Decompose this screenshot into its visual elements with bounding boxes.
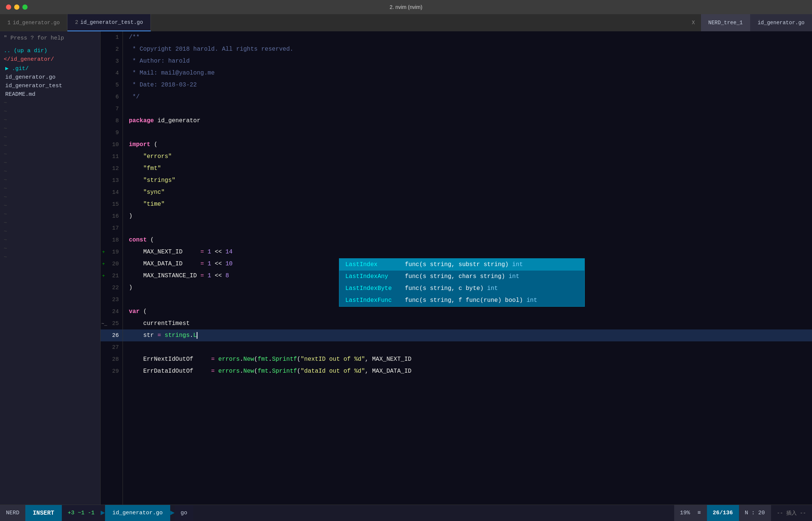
tabbar: 1 id_generator.go 2 id_generator_test.go… bbox=[0, 14, 812, 31]
ac-item-name-3: LastIndexByte bbox=[345, 285, 405, 292]
sidebar-help: " Press ? for help bbox=[0, 33, 100, 44]
ln-6: 6 bbox=[101, 91, 123, 103]
sidebar-tilde-6: ~ bbox=[0, 142, 100, 150]
sidebar-tilde-3: ~ bbox=[0, 116, 100, 124]
status-nerd-label: NERD bbox=[0, 505, 25, 521]
sidebar-item-generator[interactable]: id_generator.go bbox=[0, 73, 100, 82]
code-line-11: "errors" bbox=[123, 151, 812, 162]
sidebar: " Press ? for help .. (up a dir) </id_ge… bbox=[0, 31, 101, 505]
ln-20: +20 bbox=[101, 258, 123, 270]
code-line-24: var ( bbox=[123, 306, 812, 318]
ln-18: 18 bbox=[101, 234, 123, 246]
traffic-lights bbox=[6, 4, 28, 10]
sidebar-tilde-16: ~ bbox=[0, 227, 100, 236]
maximize-button[interactable] bbox=[22, 4, 28, 10]
sidebar-item-test[interactable]: id_generator_test bbox=[0, 82, 100, 90]
sidebar-tilde-1: ~ bbox=[0, 99, 100, 107]
ac-item-sig-1: func(s string, substr string) int bbox=[405, 261, 523, 268]
sidebar-tilde-5: ~ bbox=[0, 133, 100, 142]
code-line-26: str = strings.L bbox=[123, 329, 812, 341]
ln-29: 29 bbox=[101, 365, 123, 377]
ln-2: 2 bbox=[101, 43, 123, 55]
code-lines[interactable]: /** * Copyright 2018 harold. All rights … bbox=[123, 31, 812, 505]
sidebar-item-readme[interactable]: README.md bbox=[0, 90, 100, 99]
tab-id-generator-test[interactable]: 2 id_generator_test.go bbox=[67, 14, 150, 31]
autocomplete-popup[interactable]: LastIndex func(s string, substr string) … bbox=[339, 258, 585, 307]
editor-area[interactable]: 1 2 3 4 5 6 7 8 9 10 11 12 13 14 15 16 1… bbox=[101, 31, 812, 505]
file-tab-right-label: id_generator.go bbox=[758, 20, 805, 26]
ln-11: 11 bbox=[101, 151, 123, 162]
file-tab-right[interactable]: id_generator.go bbox=[750, 14, 812, 31]
tab-label-2: id_generator_test.go bbox=[80, 19, 143, 25]
ln-14: 14 bbox=[101, 186, 123, 198]
sidebar-item-dir[interactable]: </id_generator/ bbox=[0, 55, 100, 64]
ln-8: 8 bbox=[101, 115, 123, 127]
code-line-12: "fmt" bbox=[123, 162, 812, 174]
close-button[interactable] bbox=[6, 4, 11, 10]
code-line-8: package id_generator bbox=[123, 115, 812, 127]
code-line-5: * Date: 2018-03-22 bbox=[123, 79, 812, 91]
ac-item-name-1: LastIndex bbox=[345, 261, 405, 268]
code-line-16: ) bbox=[123, 210, 812, 222]
ln-27: 27 bbox=[101, 341, 123, 353]
sidebar-tilde-13: ~ bbox=[0, 202, 100, 210]
ln-12: 12 bbox=[101, 162, 123, 174]
status-col: N : 20 bbox=[739, 505, 771, 521]
sidebar-tilde-2: ~ bbox=[0, 107, 100, 116]
status-filename: id_generator.go bbox=[105, 505, 170, 521]
code-line-9 bbox=[123, 127, 812, 139]
sidebar-item-up-dir[interactable]: .. (up a dir) bbox=[0, 47, 100, 55]
code-line-15: "time" bbox=[123, 198, 812, 210]
code-line-18: const ( bbox=[123, 234, 812, 246]
ln-10: 10 bbox=[101, 139, 123, 151]
status-position: 26/136 bbox=[707, 505, 739, 521]
sidebar-tilde-4: ~ bbox=[0, 124, 100, 133]
ln-5: 5 bbox=[101, 79, 123, 91]
main-area: " Press ? for help .. (up a dir) </id_ge… bbox=[0, 31, 812, 505]
status-right: 19% ≡ bbox=[674, 505, 707, 521]
sidebar-tilde-18: ~ bbox=[0, 244, 100, 253]
tab-num-2: 2 bbox=[75, 19, 78, 25]
tab-id-generator[interactable]: 1 id_generator.go bbox=[0, 14, 67, 31]
sidebar-tilde-8: ~ bbox=[0, 159, 100, 167]
nerd-tree-label: NERD_tree_1 bbox=[708, 20, 743, 26]
status-arrow2-icon: ► bbox=[170, 509, 175, 517]
status-insert-label: -- 插入 -- bbox=[771, 505, 812, 521]
status-percent: 19% bbox=[680, 510, 690, 516]
sidebar-tilde-14: ~ bbox=[0, 210, 100, 219]
sidebar-item-git[interactable]: ▶ .git/ bbox=[0, 64, 100, 73]
code-line-4: * Mail: mail@yaolong.me bbox=[123, 67, 812, 79]
ac-item-lastindexany[interactable]: LastIndexAny func(s string, chars string… bbox=[339, 271, 584, 282]
minimize-button[interactable] bbox=[14, 4, 19, 10]
ln-25: ~_25 bbox=[101, 318, 123, 329]
code-line-10: import ( bbox=[123, 139, 812, 151]
sidebar-tilde-12: ~ bbox=[0, 193, 100, 202]
sidebar-tilde-9: ~ bbox=[0, 167, 100, 176]
code-line-14: "sync" bbox=[123, 186, 812, 198]
statusbar: NERD INSERT +3 ~1 -1 ► id_generator.go ►… bbox=[0, 505, 812, 521]
ln-28: 28 bbox=[101, 353, 123, 365]
nerd-tree-tab[interactable]: NERD_tree_1 bbox=[701, 14, 750, 31]
tab-num-1: 1 bbox=[7, 20, 10, 26]
status-git-info: +3 ~1 -1 bbox=[62, 505, 101, 521]
ac-item-name-4: LastIndexFunc bbox=[345, 297, 405, 304]
close-tab-button[interactable]: X bbox=[686, 14, 701, 31]
sidebar-tilde-17: ~ bbox=[0, 236, 100, 244]
sidebar-tilde-10: ~ bbox=[0, 176, 100, 184]
code-line-25: currentTimest bbox=[123, 318, 812, 329]
sidebar-tilde-7: ~ bbox=[0, 150, 100, 159]
code-line-2: * Copyright 2018 harold. All rights rese… bbox=[123, 43, 812, 55]
sidebar-tilde-15: ~ bbox=[0, 219, 100, 227]
code-line-19: MAX_NEXT_ID = 1 << 14 bbox=[123, 246, 812, 258]
ln-9: 9 bbox=[101, 127, 123, 139]
ac-item-lastindexbyte[interactable]: LastIndexByte func(s string, c byte) int bbox=[339, 282, 584, 294]
ln-21: +21 bbox=[101, 270, 123, 282]
status-filetype: go bbox=[175, 505, 193, 521]
code-line-27 bbox=[123, 341, 812, 353]
window-title: 2. nvim (nvim) bbox=[390, 4, 422, 10]
ac-item-sig-4: func(s string, f func(rune) bool) int bbox=[405, 297, 537, 304]
ac-item-lastindexfunc[interactable]: LastIndexFunc func(s string, f func(rune… bbox=[339, 294, 584, 306]
ln-22: 22 bbox=[101, 282, 123, 294]
status-equiv-icon: ≡ bbox=[698, 510, 701, 516]
ac-item-lastindex[interactable]: LastIndex func(s string, substr string) … bbox=[339, 259, 584, 271]
